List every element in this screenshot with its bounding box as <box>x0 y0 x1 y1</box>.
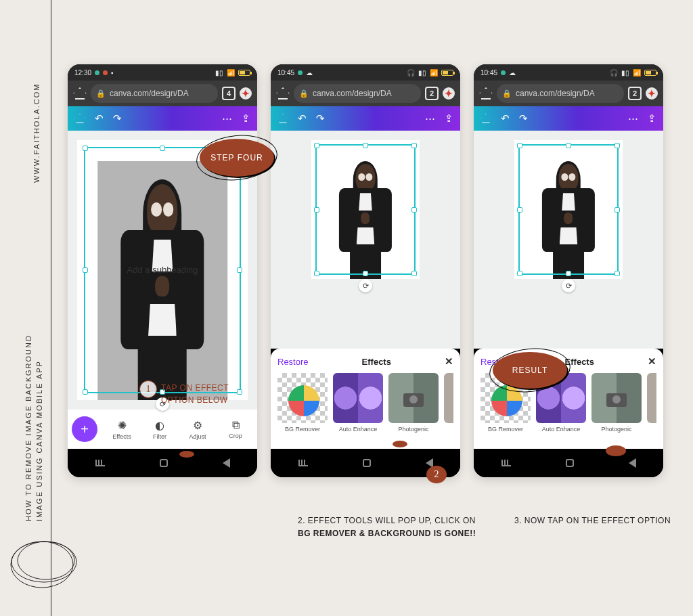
svg-point-2 <box>18 542 74 579</box>
close-icon[interactable]: ✕ <box>445 355 453 368</box>
effect-partial[interactable] <box>444 373 453 433</box>
status-dot-icon <box>501 70 506 75</box>
sidebar-title-line1: HOW TO REMOVE IMAGE BACKGROUND <box>24 334 32 521</box>
effect-bg-remover[interactable]: BG Remover <box>277 373 328 433</box>
scribble-decoration <box>7 528 81 602</box>
tab-count[interactable]: 4 <box>222 87 236 100</box>
undo-icon[interactable]: ↶ <box>501 112 510 125</box>
browser-home-icon[interactable] <box>479 87 493 100</box>
battery-icon <box>441 70 453 76</box>
canva-home-icon[interactable] <box>74 114 85 123</box>
canva-home-icon[interactable] <box>480 114 491 123</box>
effect-auto-enhance[interactable]: Auto Enhance <box>333 373 383 433</box>
rotate-handle-icon[interactable]: ⟳ <box>359 279 372 292</box>
android-nav <box>474 449 663 477</box>
signal-icon: ▮▯ <box>418 69 426 76</box>
browser-home-icon[interactable] <box>73 87 87 100</box>
signal-icon: ▮▯ <box>215 69 223 76</box>
tool-filter[interactable]: ◐Filter <box>142 419 177 440</box>
share-icon[interactable]: ⇪ <box>445 112 453 125</box>
tab-count[interactable]: 2 <box>628 87 642 100</box>
effect-photogenic[interactable]: Photogenic <box>591 373 642 433</box>
status-time: 12:30 <box>74 69 91 76</box>
canvas-page[interactable]: ⟳ <box>311 140 420 279</box>
canvas-page[interactable]: ⟳ <box>514 140 623 279</box>
browser-ext-icon[interactable]: ✦ <box>646 87 658 100</box>
lock-icon: 🔒 <box>96 89 106 98</box>
signal-icon: 📶 <box>430 69 438 76</box>
phone-screenshot-3: 10:45 ☁ 🎧 ▮▯ 📶 🔒 canva.com/design/DA 2 ✦ <box>474 64 663 477</box>
signal-icon: ▮▯ <box>621 69 629 76</box>
nav-back-icon[interactable] <box>223 458 230 468</box>
status-bar: 10:45 ☁ 🎧 ▮▯ 📶 <box>474 64 663 81</box>
divider-line <box>51 0 51 616</box>
nav-home-icon[interactable] <box>566 459 574 467</box>
canva-toolbar: ↶ ↷ ⋯ ⇪ <box>271 106 460 131</box>
close-icon[interactable]: ✕ <box>648 355 656 368</box>
redo-icon[interactable]: ↷ <box>113 112 122 125</box>
redo-icon[interactable]: ↷ <box>519 112 528 125</box>
share-icon[interactable]: ⇪ <box>648 112 656 125</box>
canva-toolbar: ↶ ↷ ⋯ ⇪ <box>474 106 663 131</box>
url-bar[interactable]: 🔒 canva.com/design/DA <box>294 84 421 103</box>
headset-icon: 🎧 <box>407 69 415 76</box>
status-time: 10:45 <box>480 69 497 76</box>
add-button[interactable]: + <box>72 416 97 442</box>
rotate-handle-icon[interactable]: ⟳ <box>562 279 575 292</box>
tool-crop[interactable]: ⧉Crop <box>218 419 253 439</box>
annotation-number-1: 1 <box>139 380 157 398</box>
status-dot-icon <box>298 70 303 75</box>
canva-home-icon[interactable] <box>277 114 288 123</box>
browser-bar: 🔒 canva.com/design/DA 4 ✦ <box>68 81 257 106</box>
browser-home-icon[interactable] <box>276 87 290 100</box>
more-icon[interactable]: ⋯ <box>628 112 638 125</box>
status-time: 10:45 <box>277 69 294 76</box>
url-text: canva.com/design/DA <box>516 89 595 98</box>
status-bar: 10:45 ☁ 🎧 ▮▯ 📶 <box>271 64 460 81</box>
browser-ext-icon[interactable]: ✦ <box>443 87 455 100</box>
tool-effects[interactable]: ✺Effects <box>104 419 139 440</box>
nav-back-icon[interactable] <box>629 458 636 468</box>
share-icon[interactable]: ⇪ <box>242 112 250 125</box>
selection-box[interactable]: ⟳ <box>315 144 416 275</box>
restore-button[interactable]: Restore <box>277 357 309 367</box>
nav-recent-icon[interactable] <box>298 460 308 466</box>
undo-icon[interactable]: ↶ <box>298 112 307 125</box>
caption-2: 2. EFFECT TOOLS WILL POP UP, CLICK ON BG… <box>298 514 487 540</box>
url-bar[interactable]: 🔒 canva.com/design/DA <box>91 84 218 103</box>
more-icon[interactable]: ⋯ <box>425 112 435 125</box>
nav-home-icon[interactable] <box>363 459 371 467</box>
selection-box[interactable]: ⟳ <box>518 144 619 275</box>
cloud-icon: ☁ <box>509 69 516 76</box>
canvas-area[interactable]: ⟳ <box>474 131 663 349</box>
effect-partial[interactable] <box>647 373 656 433</box>
phone-screenshot-2: 10:45 ☁ 🎧 ▮▯ 📶 🔒 canva.com/design/DA 2 ✦ <box>271 64 460 477</box>
crop-icon: ⧉ <box>232 419 240 431</box>
tool-adjust[interactable]: ⚙Adjust <box>180 419 215 440</box>
selection-box[interactable]: ⟳ <box>84 147 241 393</box>
undo-icon[interactable]: ↶ <box>95 112 104 125</box>
annotation-number-2: 2 <box>426 466 447 483</box>
canvas-area[interactable]: ⟳ <box>271 131 460 349</box>
highlight-smudge <box>179 451 194 458</box>
lock-icon: 🔒 <box>502 89 512 98</box>
nav-recent-icon[interactable] <box>95 460 105 466</box>
captions: 2. EFFECT TOOLS WILL POP UP, CLICK ON BG… <box>298 514 693 540</box>
status-icon: ▪ <box>111 69 114 76</box>
url-text: canva.com/design/DA <box>313 89 392 98</box>
redo-icon[interactable]: ↷ <box>316 112 325 125</box>
url-bar[interactable]: 🔒 canva.com/design/DA <box>497 84 624 103</box>
nav-recent-icon[interactable] <box>501 460 511 466</box>
browser-ext-icon[interactable]: ✦ <box>240 87 252 100</box>
status-dot-icon <box>103 70 108 75</box>
cloud-icon: ☁ <box>306 69 313 76</box>
panel-title: Effects <box>362 357 391 367</box>
tab-count[interactable]: 2 <box>425 87 439 100</box>
status-dot-icon <box>95 70 99 75</box>
filter-icon: ◐ <box>155 419 164 432</box>
more-icon[interactable]: ⋯ <box>222 112 232 125</box>
nav-home-icon[interactable] <box>160 459 168 467</box>
effect-photogenic[interactable]: Photogenic <box>388 373 439 433</box>
headset-icon: 🎧 <box>610 69 618 76</box>
effects-panel: Restore Effects ✕ BG Remover Auto Enhanc… <box>271 349 460 449</box>
